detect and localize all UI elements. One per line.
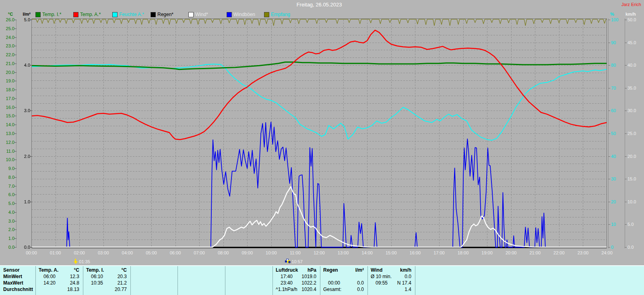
table-column-separator [415,266,415,295]
x-axis-hour-label: 18:00 [454,250,473,255]
temp_c-tick [14,116,17,116]
x-axis-hour-label: 16:00 [406,250,424,255]
table-row: 14:2024.8 [35,280,83,286]
table-cell-value: 1.4 [405,286,411,293]
humidity_pct-tick [608,179,610,179]
table-cell-value: 1019.0 [301,273,316,280]
moonrise-moon-shadow [288,261,291,263]
wind_kmh-tick-label: 10.0 [627,199,642,204]
humidity_pct-tick [608,247,610,248]
humidity_pct-tick-label: 10 [611,222,623,227]
temp_c-tick-label: 25.0 [2,26,14,31]
rain_lm2-tick [30,156,32,157]
temp_c-tick [14,81,17,81]
legend-swatch [188,12,194,17]
temp_c-tick [14,98,17,99]
x-axis-hour-label: 11:00 [286,250,304,255]
x-axis-hour-label: 23:00 [574,250,592,255]
temp_c-tick-label: 13.0 [2,131,14,136]
temp_c-tick [14,133,17,134]
table-row: 20.77 [83,286,130,293]
temp_c-tick-label: 4.0 [2,210,14,215]
wind_kmh-tick-label: 25.0 [627,131,642,136]
table-column-name: Wind [371,267,382,273]
x-axis-hour-label: 07:00 [190,250,208,255]
wind_kmh-tick-label: 5.0 [627,222,642,227]
statistics-table: SensorMinWertMaxWertDurchschnittTemp. A.… [0,265,644,295]
table-row: 09:55N 17.4 [367,280,415,286]
moonset-arrow-head [74,261,78,264]
table-row: 00:000.0 [320,280,367,286]
table-row [320,273,367,280]
temp_c-tick [14,46,17,46]
table-cell-value: 0.0 [357,286,364,293]
table-column-unit: km/h [400,267,411,273]
table-column-header: Regenl/m² [320,267,367,273]
x-axis-hour-label: 06:00 [166,250,185,255]
table-column-name: Temp. I. [86,267,104,273]
table-row: 10:3521.2 [83,280,130,286]
table-cell-time: Gesamt: [323,286,341,293]
temp_c-tick [14,177,17,178]
table-row: Gesamt:0.0 [320,286,367,293]
x-axis-hour-label: 13:00 [334,250,353,255]
rain_lm2-tick-label: 4.0 [17,63,30,68]
table-column-name: Temp. A. [39,267,58,273]
table-cell-value: 18.13 [67,286,79,293]
legend-label: Regen* [157,12,173,17]
temp_c-tick-label: 5.0 [2,201,14,206]
wind_kmh-tick [625,156,627,157]
rain_lm2-tick-label: 5.0 [17,17,30,22]
wind_kmh-tick [625,88,627,88]
temp_c-tick [14,221,17,221]
temp_c-tick-label: 6.0 [2,192,14,197]
table-column-separator [178,266,178,295]
x-axis-hour-label: 19:00 [478,250,496,255]
wind_kmh-tick-label: 35.0 [627,86,642,90]
humidity_pct-tick [608,133,610,134]
x-axis-hour-label: 01:00 [46,250,65,255]
humidity_pct-tick-label: 80 [611,63,623,68]
table-row: 06:1020.3 [83,273,130,280]
rain_lm2-tick-label: 3.0 [17,108,30,113]
legend-label: Temp. I.* [42,12,61,17]
temp_c-tick [14,20,17,20]
temp_c-tick-label: 11.0 [2,149,14,154]
wind_kmh-tick [625,20,627,20]
temp_c-tick [14,195,17,195]
temp_c-tick-label: 1.0 [2,236,14,241]
table-row-label: MaxWert [3,280,35,286]
humidity_pct-tick-label: 50 [611,131,623,136]
table-column-unit: °C [122,267,127,273]
legend-swatch [35,12,41,17]
moonrise-moon [287,260,290,263]
temp-axis-unit: °C [6,12,15,16]
moonset-marker-icon [73,259,78,264]
x-axis-hour-label: 00:00 [22,250,41,255]
x-axis-hour-label: 21:00 [526,250,544,255]
table-row: 06:0012.3 [35,273,83,280]
temp_c-tick-label: 0.0 [2,245,14,250]
table-cell-time: 06:00 [43,273,56,280]
wind-axis-unit: km/h [625,12,642,16]
temp_c-tick-label: 23.0 [2,43,14,48]
humidity_pct-tick [608,20,610,20]
table-column-separator [130,266,131,295]
temp_c-tick [14,29,17,29]
table-cell-time: 17:40 [281,273,293,280]
x-axis-hour-label: 08:00 [214,250,233,255]
temp_c-tick-label: 3.0 [2,219,14,223]
legend-label: Temp. A.* [80,12,101,17]
wind_kmh-tick-label: 45.0 [627,40,642,45]
temp_c-tick-label: 10.0 [2,157,14,162]
legend-swatch [112,12,118,17]
x-axis-hour-label: 02:00 [70,250,89,255]
temp_c-tick [14,37,17,38]
table-column-header: Temp. A.°C [35,267,83,273]
x-axis-hour-label: 17:00 [430,250,448,255]
table-row: 18.13 [35,286,83,293]
moonrise-time-label: 10:57 [291,259,303,264]
temp_c-tick-label: 20.0 [2,70,14,75]
temp_c-tick [14,168,17,169]
table-cell-value: 21.2 [118,280,127,286]
